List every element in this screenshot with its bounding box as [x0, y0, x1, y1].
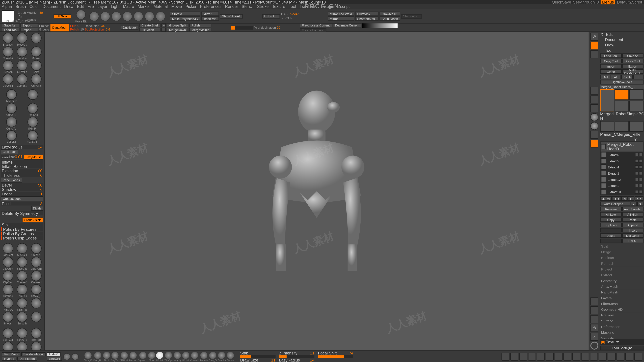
strip-active-1[interactable]	[590, 41, 598, 49]
polygroup-icon-5[interactable]	[134, 11, 144, 21]
rp-copy-tool[interactable]: Copy Tool	[600, 59, 622, 63]
bb-square-8[interactable]	[572, 353, 580, 360]
section-visibility[interactable]: Visibility	[600, 335, 644, 339]
opt-lazyradius[interactable]: LazyRadius14	[1, 145, 43, 149]
opt-inflate[interactable]: Inflate	[1, 160, 43, 164]
bottom-icon-2[interactable]	[72, 353, 79, 360]
brush-empty-17[interactable]	[30, 312, 44, 325]
splitop-split[interactable]: Split	[600, 244, 644, 249]
polygroup-icon-1[interactable]	[90, 11, 99, 21]
divide-btn[interactable]: Divide	[31, 206, 43, 211]
brush-modifier-value[interactable]: 50	[40, 11, 43, 14]
bb-brush-Standar[interactable]: Standar	[226, 352, 234, 361]
subtool-Extract12[interactable]: Extract12	[600, 176, 643, 183]
brush-LES_Chil-5[interactable]: LES_Chil	[30, 257, 44, 270]
decimate-button[interactable]: Decimate Current	[333, 23, 362, 27]
menu-macro[interactable]: Macro	[123, 4, 134, 9]
subproj-value[interactable]: 0.6	[106, 28, 110, 31]
tool-thumb-2[interactable]	[629, 89, 643, 100]
blur-value[interactable]: 0	[78, 24, 79, 27]
brush-Chisel-8[interactable]: Chisel	[30, 60, 44, 73]
brush-IMM Pri-5[interactable]: IMM Pri	[22, 117, 43, 130]
nav-next[interactable]: ►	[628, 196, 634, 201]
saveas-button[interactable]: Save As	[2, 23, 20, 27]
op-rename[interactable]: Rename	[600, 207, 622, 211]
brush-TrimRec-9[interactable]: TrimRec	[1, 284, 15, 298]
panelloops-btn[interactable]: Panel Loops	[1, 178, 22, 183]
shrinkmask-button[interactable]: ShrinkMask	[380, 16, 400, 21]
op-all-high[interactable]: All High	[622, 212, 644, 217]
opt-elevation[interactable]: Elevation100	[1, 169, 43, 173]
brush-CurveLa-7[interactable]: CurveLa	[15, 60, 29, 73]
bb-square-0[interactable]	[502, 353, 509, 360]
viewport[interactable]: 人人素材 人人素材 人人素材 人人素材 人人素材 人人素材 人人素材 人人素材 …	[44, 32, 589, 351]
brush-Standard-4[interactable]: Standard	[15, 46, 29, 60]
brush-Bolt_Spl-5[interactable]: Bolt_Spl	[30, 342, 44, 351]
splitop-boolean[interactable]: Boolean	[600, 255, 644, 261]
opt-shadow[interactable]: Shadow6	[1, 187, 43, 191]
bb-brush-ClayTub[interactable]: ClayTub	[111, 352, 119, 361]
bb-square-7[interactable]	[564, 353, 572, 360]
render-btn[interactable]	[590, 87, 598, 94]
bpr-btn[interactable]	[590, 104, 598, 112]
bb-square-10[interactable]	[590, 353, 598, 360]
section-surface[interactable]: Surface	[600, 318, 644, 324]
split-plus-2[interactable]: +	[162, 28, 166, 32]
brush-Brushes-0[interactable]: Brushes	[1, 33, 15, 46]
tool-thumb-4[interactable]	[629, 100, 643, 111]
opt-bevel[interactable]: Bevel50	[1, 183, 43, 187]
opt-size[interactable]: Size	[1, 223, 43, 227]
brush-CreaseH-8[interactable]: CreaseH	[30, 271, 44, 284]
opt-loops[interactable]: Loops1	[1, 192, 43, 196]
lazymouse-btn[interactable]: LazyMouse	[24, 155, 43, 160]
shadowbox-button[interactable]: ShadowBox	[401, 14, 422, 18]
polygroup-icon-4[interactable]	[122, 11, 132, 21]
rp-all[interactable]: All	[611, 75, 621, 79]
op-del-other[interactable]: Del Other	[622, 233, 644, 238]
splitop-extract[interactable]: Extract	[600, 272, 644, 278]
nav-prev[interactable]: ◄	[621, 196, 628, 201]
brush-10-1[interactable]: 10	[22, 89, 43, 103]
bb-brush-Dam_No[interactable]: Dam_No	[94, 352, 102, 361]
rp-lightbox-tools[interactable]: Lightbox▸Tools	[600, 80, 643, 84]
opt-delete-by-symmetry[interactable]: Delete By Symmetry	[1, 211, 43, 215]
backfacemask-button[interactable]: BackfaceMask	[21, 352, 46, 356]
polish2-button[interactable]: Polish	[189, 23, 212, 27]
menu-preferences[interactable]: Preferences	[200, 4, 222, 9]
op-copy[interactable]: Copy	[600, 217, 622, 222]
zbrush-icon[interactable]: Z	[590, 333, 598, 341]
brush-CreaseC-7[interactable]: CreaseC	[15, 271, 29, 284]
rp-grd[interactable]: Grd	[600, 75, 610, 79]
brush-empty-2[interactable]	[30, 33, 44, 46]
brush-TrimCurv-12[interactable]: TrimCurv	[1, 298, 15, 311]
rp-visible[interactable]: Visible	[621, 75, 633, 79]
menu-stencil[interactable]: Stencil	[242, 4, 254, 9]
section-layers[interactable]: Layers	[600, 295, 644, 301]
alpha-circle[interactable]	[590, 342, 598, 350]
brush-ClipCurv-3[interactable]: ClipCurv	[1, 257, 15, 270]
subtool-header[interactable]: Merged_Robot Head9	[600, 142, 643, 151]
lazystep[interactable]: LazyStep0.01	[1, 155, 24, 159]
brush-ZModel-6[interactable]: ZModel	[1, 130, 22, 144]
brush-SnakeHo-7[interactable]: SnakeHo	[22, 130, 43, 144]
menu-marker[interactable]: Marker	[138, 4, 150, 9]
timebar-icon[interactable]: ⏱	[590, 33, 598, 40]
fillobject-button[interactable]: FillObject	[54, 14, 71, 18]
bb-square-15[interactable]	[634, 353, 642, 360]
insertvis-button[interactable]: Insert Vis	[201, 16, 219, 21]
section-nanomesh[interactable]: NanoMesh	[600, 290, 644, 295]
brush-Pen Sha-3[interactable]: Pen Sha	[22, 103, 43, 116]
op-paste[interactable]: Paste	[622, 217, 644, 222]
brush-TrimLas-10[interactable]: TrimLas	[15, 284, 29, 298]
menu-material[interactable]: Material	[154, 4, 168, 9]
export-button[interactable]: Export	[20, 23, 38, 27]
menu-edit[interactable]: Edit	[77, 4, 84, 9]
project-label[interactable]: Project	[39, 24, 49, 27]
menu-alpha[interactable]: Alpha	[2, 4, 12, 9]
workring-btn[interactable]	[590, 131, 598, 139]
bb-square-4[interactable]	[537, 353, 545, 360]
ssmt-label[interactable]: S Smt 5	[280, 16, 292, 19]
subtool-Extract5[interactable]: Extract5	[600, 158, 643, 164]
blurmask-button[interactable]: BlurMask	[355, 11, 378, 16]
groupssplit-button[interactable]: Groups Split	[167, 23, 188, 27]
